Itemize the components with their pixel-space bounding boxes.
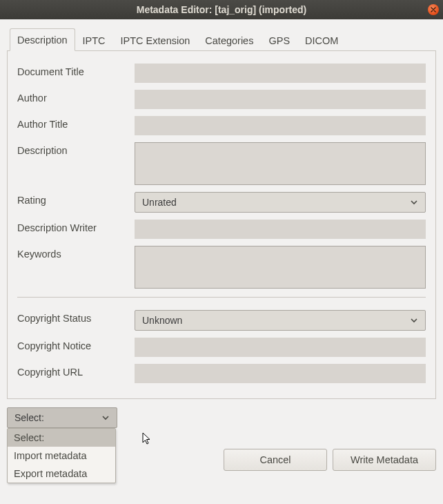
tab-label: GPS <box>268 35 290 46</box>
label-keywords: Keywords <box>17 246 135 260</box>
input-description[interactable] <box>135 142 426 185</box>
tab-label: DICOM <box>305 35 338 46</box>
write-metadata-button[interactable]: Write Metadata <box>333 449 436 471</box>
input-author[interactable] <box>135 90 426 109</box>
label-description-writer: Description Writer <box>17 220 135 233</box>
tab-description[interactable]: Description <box>10 28 75 51</box>
input-copyright-url[interactable] <box>135 364 426 383</box>
tab-bar: Description IPTC IPTC Extension Categori… <box>7 28 436 51</box>
label-copyright-status: Copyright Status <box>17 310 135 324</box>
select-rating-value: Unrated <box>142 197 177 208</box>
window-close-button[interactable] <box>428 4 439 15</box>
row-description: Description <box>17 142 426 185</box>
label-author-title: Author Title <box>17 116 135 130</box>
input-author-title[interactable] <box>135 116 426 135</box>
dropdown-item-select[interactable]: Select: <box>8 429 115 447</box>
row-description-writer: Description Writer <box>17 220 426 239</box>
tab-label: IPTC Extension <box>121 35 190 46</box>
row-copyright-status: Copyright Status Unknown <box>17 310 426 331</box>
tab-categories[interactable]: Categories <box>197 29 261 51</box>
label-rating: Rating <box>17 192 135 206</box>
tab-label: Description <box>17 35 68 46</box>
bottom-area: Select: Select: Import metadata Export m… <box>7 407 436 471</box>
tab-label: IPTC <box>83 35 106 46</box>
select-copyright-status-value: Unknown <box>142 315 182 326</box>
cancel-button[interactable]: Cancel <box>224 449 327 471</box>
select-action-value: Select: <box>14 412 44 423</box>
row-copyright-url: Copyright URL <box>17 364 426 383</box>
select-action-dropdown[interactable]: Select: <box>7 407 117 428</box>
dropdown-item-export-metadata[interactable]: Export metadata <box>8 465 115 483</box>
tab-content-description: Document Title Author Author Title Descr… <box>7 51 436 399</box>
tab-dicom[interactable]: DICOM <box>297 29 346 51</box>
label-author: Author <box>17 90 135 104</box>
dropdown-item-import-metadata[interactable]: Import metadata <box>8 447 115 465</box>
label-document-title: Document Title <box>17 64 135 77</box>
row-document-title: Document Title <box>17 64 426 83</box>
chevron-down-icon <box>410 198 418 206</box>
tab-iptc-extension[interactable]: IPTC Extension <box>113 29 198 51</box>
label-description: Description <box>17 142 135 156</box>
chevron-down-icon <box>410 316 418 324</box>
cursor-icon <box>141 432 152 446</box>
input-description-writer[interactable] <box>135 220 426 239</box>
select-rating[interactable]: Unrated <box>135 192 426 213</box>
input-copyright-notice[interactable] <box>135 338 426 357</box>
tab-iptc[interactable]: IPTC <box>75 29 113 51</box>
row-author: Author <box>17 90 426 109</box>
row-copyright-notice: Copyright Notice <box>17 338 426 357</box>
window-title: Metadata Editor: [taj_orig] (imported) <box>137 4 307 15</box>
window-body: Description IPTC IPTC Extension Categori… <box>0 19 443 504</box>
titlebar: Metadata Editor: [taj_orig] (imported) <box>0 0 443 19</box>
dropdown-menu: Select: Import metadata Export metadata <box>7 428 116 483</box>
close-icon <box>431 7 436 12</box>
row-keywords: Keywords <box>17 246 426 289</box>
input-keywords[interactable] <box>135 246 426 289</box>
row-rating: Rating Unrated <box>17 192 426 213</box>
label-copyright-url: Copyright URL <box>17 364 135 378</box>
tab-label: Categories <box>205 35 253 46</box>
label-copyright-notice: Copyright Notice <box>17 338 135 351</box>
select-copyright-status[interactable]: Unknown <box>135 310 426 331</box>
button-label: Write Metadata <box>351 454 418 465</box>
section-divider <box>17 297 426 298</box>
button-label: Cancel <box>259 454 291 465</box>
chevron-down-icon <box>101 414 110 422</box>
tab-gps[interactable]: GPS <box>261 29 297 51</box>
input-document-title[interactable] <box>135 64 426 83</box>
row-author-title: Author Title <box>17 116 426 135</box>
